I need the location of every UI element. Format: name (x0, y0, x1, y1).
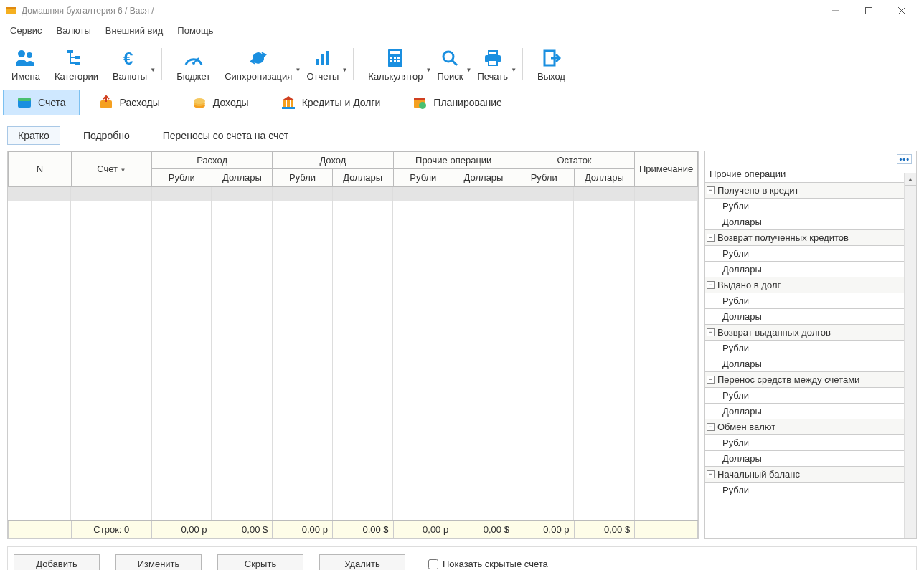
side-row[interactable]: Доллары (705, 404, 916, 419)
tab-expenses[interactable]: Расходы (85, 90, 173, 115)
scroll-up-icon[interactable]: ▲ (905, 173, 916, 186)
printer-icon (481, 47, 504, 70)
show-hidden-checkbox[interactable]: Показать скрытые счета (428, 559, 548, 569)
side-group-header[interactable]: −Выдано в долг (705, 277, 916, 293)
menu-bar: Сервис Валюты Внешний вид Помощь (0, 22, 924, 39)
panel-options-button[interactable]: ••• (897, 154, 912, 164)
toolbar-calculator-button[interactable]: Калькулятор ▼ (361, 45, 430, 83)
side-row[interactable]: Рубли (705, 293, 916, 309)
side-panel-body[interactable]: −Получено в кредитРублиДоллары−Возврат п… (705, 182, 916, 538)
collapse-icon[interactable]: − (707, 423, 715, 431)
toolbar-print-button[interactable]: Печать ▼ (470, 45, 515, 83)
col-account[interactable]: Счет ▼ (71, 152, 151, 186)
collapse-icon[interactable]: − (707, 234, 715, 242)
toolbar-search-button[interactable]: Поиск ▼ (430, 45, 470, 83)
minimize-button[interactable] (819, 0, 852, 22)
side-group-header[interactable]: −Возврат полученных кредитов (705, 230, 916, 246)
col-n[interactable]: N (9, 152, 72, 186)
svg-rect-26 (394, 60, 396, 62)
col-note[interactable]: Примечание (635, 152, 698, 186)
svg-rect-1 (6, 7, 16, 9)
col-other-usd[interactable]: Доллары (453, 169, 514, 186)
col-other-rub[interactable]: Рубли (393, 169, 453, 186)
side-row[interactable]: Доллары (705, 214, 916, 230)
toolbar-sync-button[interactable]: Синхронизация ▼ (217, 45, 299, 83)
menu-appearance[interactable]: Внешний вид (100, 24, 169, 37)
footer-val: 0,00 р (514, 521, 574, 538)
scrollbar[interactable]: ▲ (904, 173, 916, 538)
maximize-button[interactable] (852, 0, 885, 22)
grid-selected-row[interactable] (8, 187, 698, 201)
col-balance[interactable]: Остаток (514, 152, 634, 169)
side-row[interactable]: Рубли (705, 341, 916, 356)
toolbar-names-button[interactable]: Имена (4, 45, 47, 83)
svg-rect-23 (394, 57, 396, 59)
tab-credits[interactable]: Кредиты и Долги (268, 90, 394, 115)
col-expense-usd[interactable]: Доллары (212, 169, 273, 186)
col-other[interactable]: Прочие операции (393, 152, 514, 169)
toolbar-reports-button[interactable]: Отчеты ▼ (299, 45, 346, 83)
side-group-header[interactable]: −Возврат выданных долгов (705, 325, 916, 341)
col-income-usd[interactable]: Доллары (332, 169, 393, 186)
svg-rect-42 (291, 100, 293, 107)
hide-button[interactable]: Скрыть (217, 554, 303, 570)
svg-rect-41 (287, 100, 290, 107)
col-expense-rub[interactable]: Рубли (151, 169, 212, 186)
side-group-header[interactable]: −Обмен валют (705, 419, 916, 435)
add-button[interactable]: Добавить (14, 554, 100, 570)
footer-val: 0,00 $ (332, 521, 393, 538)
collapse-icon[interactable]: − (707, 376, 715, 384)
people-icon (14, 47, 37, 70)
svg-rect-18 (321, 54, 324, 65)
view-brief[interactable]: Кратко (7, 126, 60, 145)
side-row[interactable]: Рубли (705, 435, 916, 451)
view-transfers[interactable]: Переносы со счета на счет (153, 127, 298, 144)
toolbar-categories-button[interactable]: Категории (47, 45, 105, 83)
col-balance-usd[interactable]: Доллары (574, 169, 635, 186)
col-expense[interactable]: Расход (151, 152, 272, 169)
svg-rect-3 (866, 8, 872, 14)
tab-accounts[interactable]: Счета (3, 90, 80, 115)
col-income[interactable]: Доход (273, 152, 393, 169)
side-group-header[interactable]: −Перенос средств между счетами (705, 372, 916, 388)
side-row[interactable]: Доллары (705, 262, 916, 277)
collapse-icon[interactable]: − (707, 186, 715, 194)
tab-planning[interactable]: Планирование (399, 90, 515, 115)
collapse-icon[interactable]: − (707, 470, 715, 478)
edit-button[interactable]: Изменить (116, 554, 202, 570)
show-hidden-input[interactable] (428, 559, 438, 569)
menu-currencies[interactable]: Валюты (51, 24, 97, 37)
col-income-rub[interactable]: Рубли (273, 169, 333, 186)
side-row[interactable]: Доллары (705, 309, 916, 325)
side-group-label: Перенос средств между счетами (717, 374, 859, 385)
svg-rect-17 (316, 59, 319, 65)
menu-service[interactable]: Сервис (4, 24, 48, 37)
side-row-value (798, 388, 916, 403)
side-row[interactable]: Рубли (705, 246, 916, 262)
delete-button[interactable]: Удалить (319, 554, 405, 570)
side-row[interactable]: Доллары (705, 451, 916, 467)
svg-rect-40 (283, 100, 286, 107)
toolbar-budget-button[interactable]: Бюджет (169, 45, 217, 83)
action-bar: Добавить Изменить Скрыть Удалить Показат… (7, 546, 917, 570)
planning-icon (412, 95, 428, 110)
view-detailed[interactable]: Подробно (73, 127, 140, 144)
side-group-header[interactable]: −Начальный баланс (705, 467, 916, 483)
side-row[interactable]: Рубли (705, 199, 916, 214)
grid-body[interactable] (8, 187, 698, 520)
close-button[interactable] (885, 0, 918, 22)
toolbar-exit-button[interactable]: Выход (530, 45, 572, 83)
side-row[interactable]: Доллары (705, 356, 916, 372)
side-row[interactable]: Рубли (705, 388, 916, 404)
grid-footer: Строк: 0 0,00 р 0,00 $ 0,00 р 0,00 $ 0,0… (8, 520, 698, 538)
tab-income[interactable]: Доходы (179, 90, 262, 115)
col-balance-rub[interactable]: Рубли (514, 169, 574, 186)
side-row-label: Рубли (705, 341, 798, 356)
menu-help[interactable]: Помощь (171, 24, 219, 37)
side-group-header[interactable]: −Получено в кредит (705, 183, 916, 199)
collapse-icon[interactable]: − (707, 328, 715, 336)
collapse-icon[interactable]: − (707, 281, 715, 289)
toolbar-currencies-button[interactable]: € Валюты ▼ (105, 45, 154, 83)
side-row-value (798, 451, 916, 466)
side-row[interactable]: Рубли (705, 483, 916, 498)
